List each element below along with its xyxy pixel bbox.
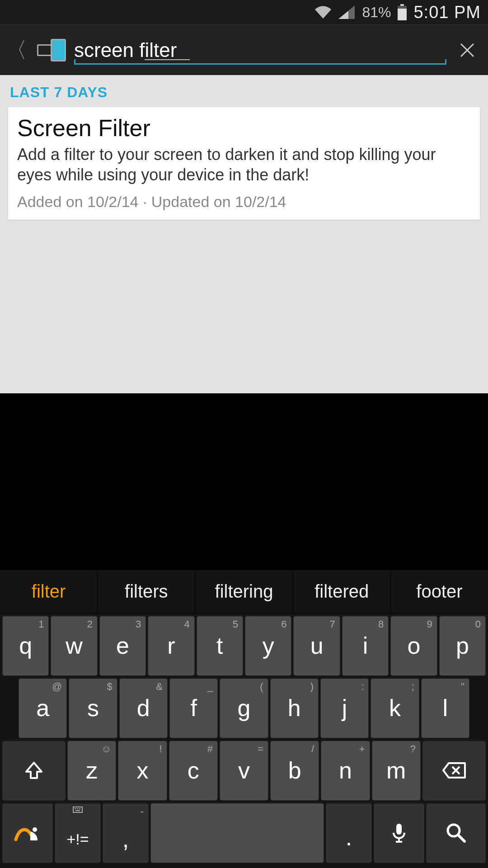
soft-keyboard: filter filters filtering filtered footer… [0, 570, 488, 868]
key-a[interactable]: @a [19, 678, 66, 738]
key-o[interactable]: 9o [391, 616, 436, 675]
key-row-2: @a $s &d _f (g )h :j ;k "l [1, 677, 487, 739]
comma-key[interactable]: -, [103, 803, 148, 863]
status-clock: 5:01 PM [413, 3, 481, 22]
period-key[interactable]: . [326, 803, 371, 863]
key-m[interactable]: ?m [372, 741, 420, 800]
svg-rect-8 [73, 807, 82, 812]
key-f[interactable]: _f [170, 678, 217, 738]
key-u[interactable]: 7u [294, 616, 339, 675]
suggestion-5[interactable]: footer [391, 570, 488, 613]
svg-line-17 [458, 835, 465, 841]
key-row-1: 1q 2w 3e 4r 5t 6y 7u 8i 9o 0p [1, 614, 487, 677]
ime-word-underline [145, 59, 190, 60]
key-r[interactable]: 4r [148, 616, 194, 675]
shift-key[interactable] [3, 741, 65, 800]
svg-rect-9 [75, 808, 76, 809]
key-w[interactable]: 2w [51, 616, 97, 675]
search-underline [74, 62, 446, 66]
key-e[interactable]: 3e [100, 616, 145, 675]
result-description: Add a filter to your screen to darken it… [17, 144, 471, 185]
key-v[interactable]: =v [220, 741, 268, 800]
suggestion-1[interactable]: filter [0, 570, 98, 613]
suggestion-3[interactable]: filtering [195, 570, 293, 613]
key-h[interactable]: )h [271, 678, 318, 738]
key-g[interactable]: (g [220, 678, 267, 738]
key-z[interactable]: ☺z [68, 741, 116, 800]
result-meta: Added on 10/2/14 · Updated on 10/2/14 [17, 193, 471, 211]
key-x[interactable]: !x [118, 741, 166, 800]
key-row-4: +!= -, . [1, 802, 487, 865]
wifi-icon [314, 5, 332, 19]
result-card[interactable]: Screen Filter Add a filter to your scree… [8, 107, 480, 220]
svg-point-7 [33, 827, 37, 832]
key-s[interactable]: $s [69, 678, 117, 738]
battery-percent: 81% [362, 4, 391, 21]
swype-key[interactable] [3, 803, 52, 863]
key-q[interactable]: 1q [3, 616, 48, 675]
svg-rect-12 [75, 810, 80, 811]
key-c[interactable]: #c [169, 741, 217, 800]
search-field-wrap [74, 34, 446, 66]
clear-search-button[interactable] [455, 38, 480, 63]
key-y[interactable]: 6y [245, 616, 291, 675]
key-i[interactable]: 8i [343, 616, 388, 675]
svg-rect-13 [396, 824, 402, 835]
key-d[interactable]: &d [120, 678, 167, 738]
key-l[interactable]: "l [422, 678, 469, 738]
search-go-key[interactable] [427, 803, 485, 863]
cell-signal-icon [338, 5, 355, 19]
results-area: LAST 7 DAYS Screen Filter Add a filter t… [0, 75, 488, 393]
back-button[interactable]: 〈 [4, 36, 29, 65]
key-j[interactable]: :j [321, 678, 368, 738]
key-row-3: ☺z !x #c =v /b +n ?m [1, 739, 487, 802]
key-b[interactable]: /b [271, 741, 319, 800]
status-bar: 81% 5:01 PM [0, 0, 488, 24]
backspace-key[interactable] [423, 741, 485, 800]
result-title: Screen Filter [17, 114, 471, 142]
svg-rect-10 [77, 808, 78, 809]
suggestion-4[interactable]: filtered [293, 570, 391, 613]
section-header: LAST 7 DAYS [8, 81, 480, 107]
symbols-key[interactable]: +!= [55, 803, 100, 863]
space-key[interactable] [151, 803, 324, 863]
svg-rect-2 [398, 9, 407, 20]
key-n[interactable]: +n [321, 741, 369, 800]
xposed-app-icon[interactable] [37, 38, 66, 62]
battery-icon [397, 4, 407, 20]
key-t[interactable]: 5t [197, 616, 243, 675]
key-p[interactable]: 0p [440, 616, 485, 675]
svg-rect-11 [79, 808, 80, 809]
suggestion-2[interactable]: filters [98, 570, 195, 613]
suggestion-bar: filter filters filtering filtered footer [0, 570, 488, 613]
mic-key[interactable] [374, 803, 424, 863]
search-action-bar: 〈 [0, 24, 488, 75]
svg-rect-0 [400, 4, 404, 6]
key-k[interactable]: ;k [371, 678, 418, 738]
